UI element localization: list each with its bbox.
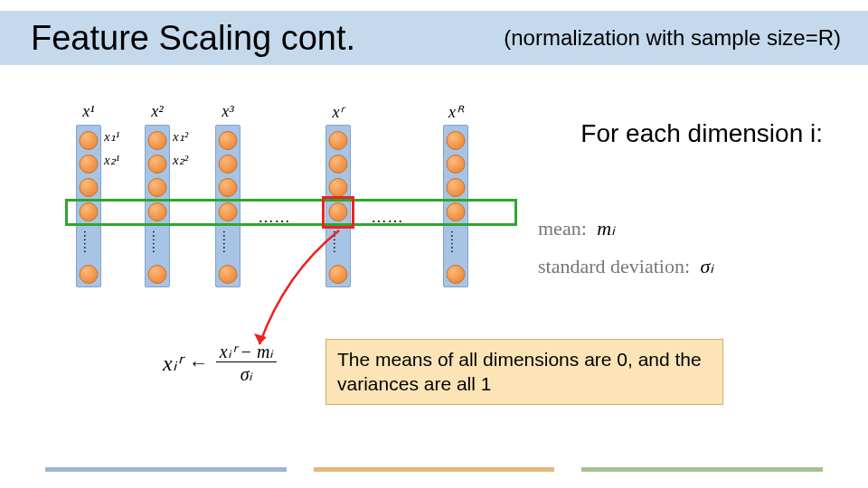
data-ball <box>447 178 466 197</box>
data-ball <box>148 178 167 197</box>
slide-title: Feature Scaling cont. <box>31 19 355 58</box>
normalization-formula: xᵢʳ ← xᵢʳ − mᵢ σᵢ <box>163 342 277 384</box>
col-label-r: xʳ <box>333 102 344 122</box>
std-symbol: σᵢ <box>701 255 714 277</box>
data-ball <box>80 178 99 197</box>
mean-line: mean: mᵢ <box>538 217 615 240</box>
footer-decoration <box>0 467 868 472</box>
data-ball <box>148 265 167 284</box>
arrow-icon <box>249 229 357 355</box>
element-label: x₁² <box>173 128 188 145</box>
std-label: standard deviation: <box>538 255 690 277</box>
mean-label: mean: <box>538 217 587 239</box>
vertical-dots-icon: …… <box>81 230 96 253</box>
slide-subtitle: (normalization with sample size=R) <box>504 25 841 51</box>
footer-bar-1 <box>45 467 287 472</box>
vertical-dots-icon: …… <box>221 230 235 253</box>
col-label-R: xᴿ <box>448 102 463 122</box>
element-label: x₁¹ <box>104 128 119 145</box>
vertical-dots-icon: …… <box>448 230 463 253</box>
data-ball <box>219 265 238 284</box>
data-ball <box>447 265 466 284</box>
data-ball <box>80 131 99 150</box>
title-bar: Feature Scaling cont. (normalization wit… <box>0 11 868 65</box>
data-ball <box>219 155 238 174</box>
data-ball <box>80 265 99 284</box>
data-ball <box>219 131 238 150</box>
data-ball <box>329 178 348 197</box>
for-each-text: For each dimension i: <box>580 119 823 148</box>
element-highlight-box <box>322 196 354 229</box>
data-ball <box>148 131 167 150</box>
data-ball <box>329 155 348 174</box>
row-highlight-box <box>65 199 517 226</box>
data-ball <box>329 131 348 150</box>
formula-numerator: xᵢʳ − mᵢ <box>216 342 278 362</box>
data-matrix-diagram: x¹ …… x₁¹ x₂¹ x² …… x₁² x₂² x³ …… …… xʳ <box>54 99 533 325</box>
result-callout: The means of all dimensions are 0, and t… <box>326 339 723 405</box>
formula-lhs: xᵢʳ <box>163 351 182 376</box>
data-ball <box>148 155 167 174</box>
mean-symbol: mᵢ <box>597 217 615 239</box>
data-ball <box>447 155 466 174</box>
formula-denominator: σᵢ <box>241 362 253 384</box>
std-line: standard deviation: σᵢ <box>538 255 713 278</box>
col-label-2: x² <box>151 102 163 121</box>
assignment-arrow-icon: ← <box>189 352 209 375</box>
footer-bar-3 <box>581 467 823 472</box>
data-ball <box>447 131 466 150</box>
footer-bar-2 <box>314 467 555 472</box>
formula-fraction: xᵢʳ − mᵢ σᵢ <box>216 342 278 384</box>
data-ball <box>80 155 99 174</box>
element-label: x₂² <box>173 152 188 168</box>
data-ball <box>219 178 238 197</box>
vertical-dots-icon: …… <box>150 230 165 253</box>
col-label-3: x³ <box>222 102 233 121</box>
element-label: x₂¹ <box>104 152 119 168</box>
col-label-1: x¹ <box>82 102 94 121</box>
